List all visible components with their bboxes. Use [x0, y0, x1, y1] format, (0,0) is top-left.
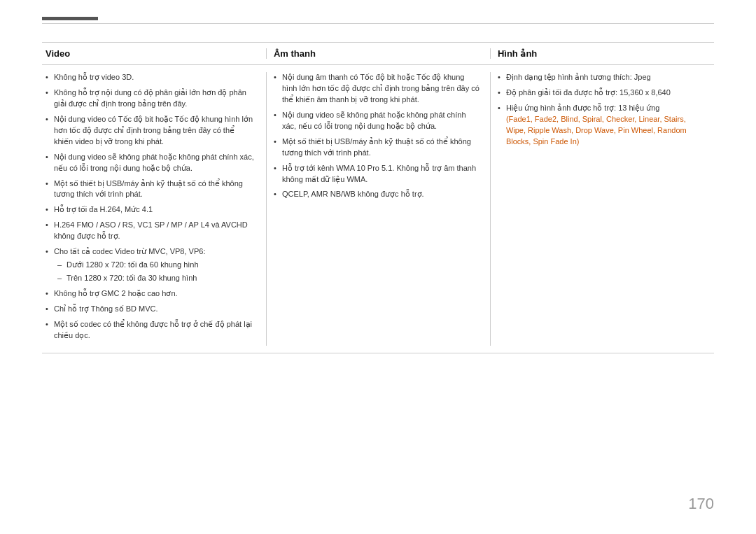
video-content-col: Không hỗ trợ video 3D. Không hỗ trợ nội … — [42, 72, 266, 346]
list-item: Hiệu ứng hình ảnh được hỗ trợ: 13 hiệu ứ… — [498, 103, 704, 148]
video-header-col: Video — [42, 48, 266, 59]
left-accent-bar — [42, 17, 98, 20]
content-area: Video Âm thanh Hình ảnh Không hỗ trợ vid… — [42, 42, 714, 478]
image-list: Định dạng tệp hình ảnh tương thích: Jpeg… — [498, 72, 704, 148]
image-content-col: Định dạng tệp hình ảnh tương thích: Jpeg… — [490, 72, 714, 346]
image-header-col: Hình ảnh — [490, 48, 714, 59]
audio-list: Nội dung âm thanh có Tốc độ bit hoặc Tốc… — [274, 72, 479, 200]
audio-content-col: Nội dung âm thanh có Tốc độ bit hoặc Tốc… — [266, 72, 490, 346]
image-effects-text: (Fade1, Fade2, Blind, Spiral, Checker, L… — [506, 115, 687, 146]
sub-list-item: Trên 1280 x 720: tối đa 30 khung hình — [54, 273, 255, 284]
list-item: Một số thiết bị USB/máy ảnh kỹ thuật số … — [46, 178, 255, 201]
list-item: Nội dung âm thanh có Tốc độ bit hoặc Tốc… — [274, 72, 479, 106]
table-body: Không hỗ trợ video 3D. Không hỗ trợ nội … — [42, 65, 714, 353]
table-header: Video Âm thanh Hình ảnh — [42, 43, 714, 65]
list-item: Nội dung video sẽ không phát hoặc không … — [46, 152, 255, 174]
list-item: H.264 FMO / ASO / RS, VC1 SP / MP / AP L… — [46, 220, 255, 242]
list-item: Cho tất cả codec Video trừ MVC, VP8, VP6… — [46, 246, 255, 284]
list-item: Nội dung video có Tốc độ bit hoặc Tốc độ… — [46, 114, 255, 148]
main-table: Video Âm thanh Hình ảnh Không hỗ trợ vid… — [42, 42, 714, 353]
top-line — [42, 23, 714, 24]
list-item: Một số codec có thể không được hỗ trợ ở … — [46, 319, 255, 342]
list-item: Không hỗ trợ video 3D. — [46, 72, 255, 83]
audio-column-header: Âm thanh — [270, 48, 316, 59]
audio-header-col: Âm thanh — [266, 48, 490, 59]
list-item: Định dạng tệp hình ảnh tương thích: Jpeg — [498, 72, 704, 83]
list-item: Hỗ trợ tối đa H.264, Mức 4.1 — [46, 204, 255, 216]
video-column-header: Video — [42, 48, 70, 59]
list-item: Một số thiết bị USB/máy ảnh kỹ thuật số … — [274, 136, 479, 159]
list-item: QCELP, AMR NB/WB không được hỗ trợ. — [274, 189, 479, 200]
list-item: Không hỗ trợ GMC 2 hoặc cao hơn. — [46, 288, 255, 300]
list-item: Chỉ hỗ trợ Thông số BD MVC. — [46, 304, 255, 315]
page-number: 170 — [688, 495, 714, 513]
video-sub-list: Dưới 1280 x 720: tối đa 60 khung hình Tr… — [54, 260, 255, 284]
list-item: Không hỗ trợ nội dung có độ phân giải lớ… — [46, 87, 255, 110]
image-column-header: Hình ảnh — [494, 48, 537, 59]
list-item: Độ phân giải tối đa được hỗ trợ: 15,360 … — [498, 87, 704, 99]
sub-list-item: Dưới 1280 x 720: tối đa 60 khung hình — [54, 260, 255, 271]
list-item: Nội dung video sẽ không phát hoặc không … — [274, 110, 479, 132]
video-list: Không hỗ trợ video 3D. Không hỗ trợ nội … — [46, 72, 255, 342]
list-item: Hỗ trợ tới kênh WMA 10 Pro 5.1. Không hỗ… — [274, 163, 479, 185]
